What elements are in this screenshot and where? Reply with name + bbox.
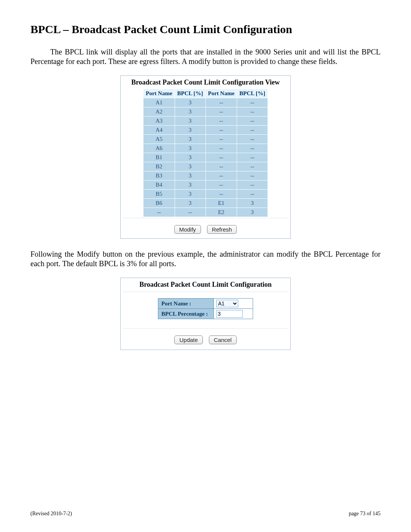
cell-bpcl: 3 bbox=[175, 162, 206, 171]
cell-bpcl: -- bbox=[237, 126, 268, 135]
cell-port: -- bbox=[206, 181, 237, 190]
bpcl-view-panel: Broadcast Packet Count Limit Configurati… bbox=[120, 75, 291, 239]
cell-bpcl: -- bbox=[237, 190, 268, 199]
port-name-label: Port Name : bbox=[158, 299, 214, 309]
bpcl-table: Port Name BPCL [%] Port Name BPCL [%] A1… bbox=[143, 89, 268, 217]
cell-port: -- bbox=[206, 190, 237, 199]
page-footer: (Revised 2010-7-2) page 73 of 145 bbox=[30, 511, 381, 517]
col-bpcl-1: BPCL [%] bbox=[175, 89, 206, 98]
cell-port: -- bbox=[206, 162, 237, 171]
cell-port: E2 bbox=[206, 208, 237, 217]
cell-bpcl: 3 bbox=[237, 199, 268, 208]
table-row: B23---- bbox=[143, 162, 268, 171]
table-row: A13---- bbox=[143, 98, 268, 107]
modify-button[interactable]: Modify bbox=[174, 225, 201, 234]
table-row: A23---- bbox=[143, 107, 268, 117]
cell-port: B5 bbox=[143, 190, 175, 199]
cell-bpcl: -- bbox=[237, 107, 268, 117]
cell-port: A1 bbox=[143, 98, 175, 107]
cell-port: -- bbox=[206, 107, 237, 117]
bpcl-edit-panel: Broadcast Packet Count Limit Configurati… bbox=[120, 278, 291, 350]
cell-bpcl: -- bbox=[237, 162, 268, 171]
cell-bpcl: 3 bbox=[175, 144, 206, 153]
cell-bpcl: -- bbox=[237, 135, 268, 144]
cell-bpcl: -- bbox=[237, 98, 268, 107]
cell-bpcl: -- bbox=[175, 208, 206, 217]
cell-port: A6 bbox=[143, 144, 175, 153]
cell-port: -- bbox=[206, 144, 237, 153]
cell-port: E1 bbox=[206, 199, 237, 208]
cell-port: -- bbox=[206, 126, 237, 135]
bpcl-percentage-input[interactable] bbox=[216, 310, 243, 318]
mid-paragraph: Following the Modify button on the previ… bbox=[30, 249, 381, 268]
divider bbox=[123, 218, 288, 218]
table-row: A53---- bbox=[143, 135, 268, 144]
update-button[interactable]: Update bbox=[174, 335, 202, 344]
footer-revised: (Revised 2010-7-2) bbox=[30, 511, 72, 517]
table-row: A33---- bbox=[143, 117, 268, 126]
footer-page-number: page 73 of 145 bbox=[349, 511, 381, 517]
cell-bpcl: 3 bbox=[175, 126, 206, 135]
cell-bpcl: -- bbox=[237, 171, 268, 181]
table-row: A43---- bbox=[143, 126, 268, 135]
cell-port: B1 bbox=[143, 153, 175, 162]
cell-port: -- bbox=[206, 98, 237, 107]
cell-bpcl: 3 bbox=[175, 153, 206, 162]
table-row: B33---- bbox=[143, 171, 268, 181]
cell-port: A2 bbox=[143, 107, 175, 117]
cancel-button[interactable]: Cancel bbox=[209, 335, 237, 344]
cell-bpcl: 3 bbox=[175, 107, 206, 117]
bpcl-edit-title: Broadcast Packet Count Limit Configurati… bbox=[123, 280, 288, 291]
cell-bpcl: -- bbox=[237, 117, 268, 126]
divider bbox=[123, 328, 288, 329]
cell-bpcl: -- bbox=[237, 181, 268, 190]
cell-bpcl: 3 bbox=[175, 181, 206, 190]
cell-bpcl: 3 bbox=[175, 98, 206, 107]
divider bbox=[123, 292, 288, 292]
cell-port: -- bbox=[143, 208, 175, 217]
table-row: B53---- bbox=[143, 190, 268, 199]
refresh-button[interactable]: Refresh bbox=[207, 225, 237, 234]
cell-bpcl: 3 bbox=[175, 199, 206, 208]
cell-port: B3 bbox=[143, 171, 175, 181]
cell-port: B2 bbox=[143, 162, 175, 171]
cell-bpcl: -- bbox=[237, 153, 268, 162]
cell-port: -- bbox=[206, 117, 237, 126]
cell-port: -- bbox=[206, 171, 237, 181]
cell-bpcl: 3 bbox=[175, 135, 206, 144]
bpcl-percentage-label: BPCL Percentage : bbox=[158, 309, 214, 319]
cell-bpcl: -- bbox=[237, 144, 268, 153]
intro-paragraph: The BPCL link will display all the ports… bbox=[30, 47, 381, 66]
cell-port: A5 bbox=[143, 135, 175, 144]
table-row: B63E13 bbox=[143, 199, 268, 208]
cell-port: B4 bbox=[143, 181, 175, 190]
table-row: A63---- bbox=[143, 144, 268, 153]
cell-bpcl: 3 bbox=[175, 171, 206, 181]
cell-port: B6 bbox=[143, 199, 175, 208]
cell-port: -- bbox=[206, 135, 237, 144]
bpcl-view-title: Broadcast Packet Count Limit Configurati… bbox=[123, 78, 288, 89]
cell-port: -- bbox=[206, 153, 237, 162]
cell-bpcl: 3 bbox=[237, 208, 268, 217]
col-port-name-2: Port Name bbox=[206, 89, 237, 98]
col-port-name-1: Port Name bbox=[143, 89, 175, 98]
col-bpcl-2: BPCL [%] bbox=[237, 89, 268, 98]
table-row: B43---- bbox=[143, 181, 268, 190]
port-name-select[interactable]: A1 bbox=[216, 300, 238, 307]
cell-port: A4 bbox=[143, 126, 175, 135]
page-title: BPCL – Broadcast Packet Count Limit Conf… bbox=[30, 23, 381, 36]
cell-port: A3 bbox=[143, 117, 175, 126]
cell-bpcl: 3 bbox=[175, 190, 206, 199]
edit-form: Port Name : A1 BPCL Percentage : bbox=[158, 298, 253, 319]
cell-bpcl: 3 bbox=[175, 117, 206, 126]
table-row: ----E23 bbox=[143, 208, 268, 217]
table-row: B13---- bbox=[143, 153, 268, 162]
